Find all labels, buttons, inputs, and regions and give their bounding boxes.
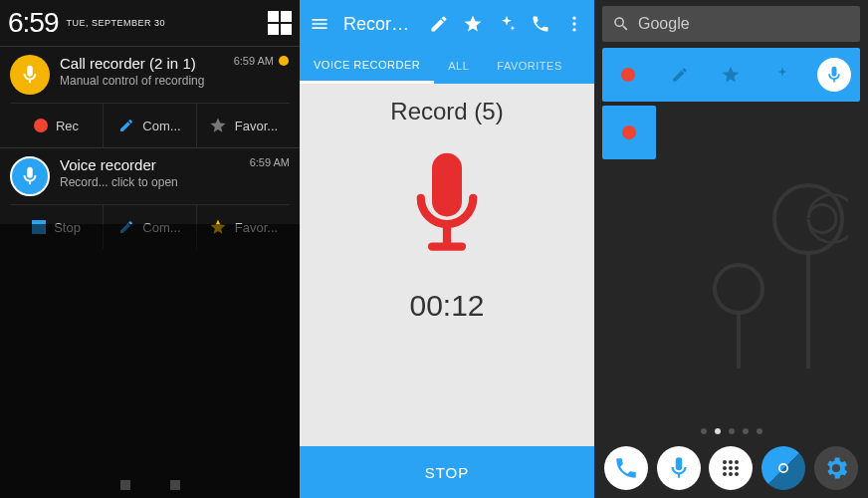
mic-icon bbox=[10, 55, 50, 95]
recorder-app: Recor… VOICE RECORDER ALL FAVORITES Reco… bbox=[300, 0, 594, 498]
search-label: Google bbox=[638, 15, 690, 33]
more-icon[interactable] bbox=[564, 14, 584, 34]
record-dot-icon bbox=[622, 125, 636, 139]
svg-point-9 bbox=[729, 460, 733, 464]
notification-time: 6:59 AM bbox=[234, 55, 290, 67]
notification-panel: 6:59 TUE, SEPTEMBER 30 Call recorder (2 … bbox=[0, 0, 300, 498]
home-screen: Google bbox=[594, 0, 868, 498]
svg-point-14 bbox=[723, 472, 727, 476]
svg-point-11 bbox=[723, 466, 727, 470]
notification-title: Call recorder (2 in 1) bbox=[60, 55, 204, 72]
clock: 6:59 bbox=[8, 7, 59, 39]
mic-circle-icon bbox=[817, 58, 851, 92]
widget-sparkle-button[interactable] bbox=[764, 57, 800, 93]
date: TUE, SEPTEMBER 30 bbox=[67, 18, 166, 28]
record-dot-icon bbox=[34, 119, 48, 132]
phone-app[interactable] bbox=[604, 446, 648, 490]
app-bar: Recor… VOICE RECORDER ALL FAVORITES bbox=[300, 0, 594, 84]
pencil-icon bbox=[118, 118, 134, 133]
star-icon bbox=[209, 117, 227, 134]
settings-icon bbox=[822, 454, 850, 482]
tab-voice-recorder[interactable]: VOICE RECORDER bbox=[300, 48, 434, 84]
timer: 00:12 bbox=[300, 289, 594, 323]
mic-icon bbox=[278, 55, 290, 67]
phone-icon bbox=[613, 455, 639, 481]
stop-button[interactable]: STOP bbox=[300, 446, 594, 498]
widget-record-button[interactable] bbox=[610, 57, 646, 93]
svg-point-2 bbox=[572, 22, 575, 25]
notification-subtitle: Record... click to open bbox=[60, 175, 178, 189]
svg-point-13 bbox=[735, 466, 739, 470]
camera-icon bbox=[773, 458, 793, 478]
notification-subtitle: Manual control of recording bbox=[60, 74, 204, 88]
record-title: Record (5) bbox=[300, 98, 594, 125]
svg-point-8 bbox=[723, 460, 727, 464]
call-icon[interactable] bbox=[531, 14, 550, 34]
svg-point-16 bbox=[735, 472, 739, 476]
widget-favorite-button[interactable] bbox=[713, 57, 749, 93]
apps-drawer[interactable] bbox=[709, 446, 753, 490]
quick-settings-icon[interactable] bbox=[268, 11, 292, 35]
google-search[interactable]: Google bbox=[602, 6, 860, 42]
svg-point-0 bbox=[279, 56, 289, 66]
apps-icon bbox=[719, 456, 743, 480]
mic-icon bbox=[10, 156, 50, 196]
favorite-button[interactable]: Favor... bbox=[197, 104, 290, 147]
lollipop-wallpaper bbox=[709, 169, 848, 369]
svg-point-3 bbox=[572, 28, 575, 31]
status-bar: 6:59 TUE, SEPTEMBER 30 bbox=[0, 0, 300, 46]
tab-all[interactable]: ALL bbox=[434, 48, 483, 84]
recorder-app-icon[interactable] bbox=[657, 446, 701, 490]
pencil-icon[interactable] bbox=[429, 14, 449, 34]
record-mic-icon[interactable] bbox=[402, 149, 492, 269]
tab-bar: VOICE RECORDER ALL FAVORITES bbox=[300, 48, 594, 84]
recorder-widget bbox=[602, 48, 860, 102]
search-icon bbox=[612, 15, 630, 33]
menu-icon[interactable] bbox=[310, 14, 329, 34]
settings-app[interactable] bbox=[814, 446, 858, 490]
record-dot-icon bbox=[621, 68, 635, 82]
widget-mic-button[interactable] bbox=[816, 57, 852, 93]
svg-point-12 bbox=[729, 466, 733, 470]
sparkle-icon[interactable] bbox=[497, 14, 517, 34]
widget-edit-button[interactable] bbox=[662, 57, 698, 93]
record-button[interactable]: Rec bbox=[10, 104, 104, 147]
comment-button[interactable]: Com... bbox=[104, 104, 197, 147]
dock bbox=[594, 442, 868, 494]
star-icon bbox=[721, 65, 741, 85]
page-indicator bbox=[594, 428, 868, 434]
svg-point-1 bbox=[572, 17, 575, 20]
star-icon[interactable] bbox=[463, 14, 483, 34]
pencil-icon bbox=[671, 66, 689, 84]
recorder-widget-small[interactable] bbox=[602, 106, 656, 159]
svg-point-6 bbox=[715, 265, 762, 313]
camera-app[interactable] bbox=[761, 446, 805, 490]
nav-hint bbox=[0, 480, 300, 490]
app-title: Recor… bbox=[343, 14, 409, 35]
svg-point-15 bbox=[729, 472, 733, 476]
mic-icon bbox=[666, 455, 692, 481]
svg-point-17 bbox=[779, 464, 787, 472]
notification-time: 6:59 AM bbox=[250, 156, 290, 168]
notification-call-recorder[interactable]: Call recorder (2 in 1) Manual control of… bbox=[0, 46, 300, 147]
dimmed-background bbox=[0, 224, 300, 498]
sparkle-icon bbox=[773, 66, 791, 84]
notification-title: Voice recorder bbox=[60, 156, 178, 173]
svg-point-10 bbox=[735, 460, 739, 464]
tab-favorites[interactable]: FAVORITES bbox=[483, 48, 575, 84]
